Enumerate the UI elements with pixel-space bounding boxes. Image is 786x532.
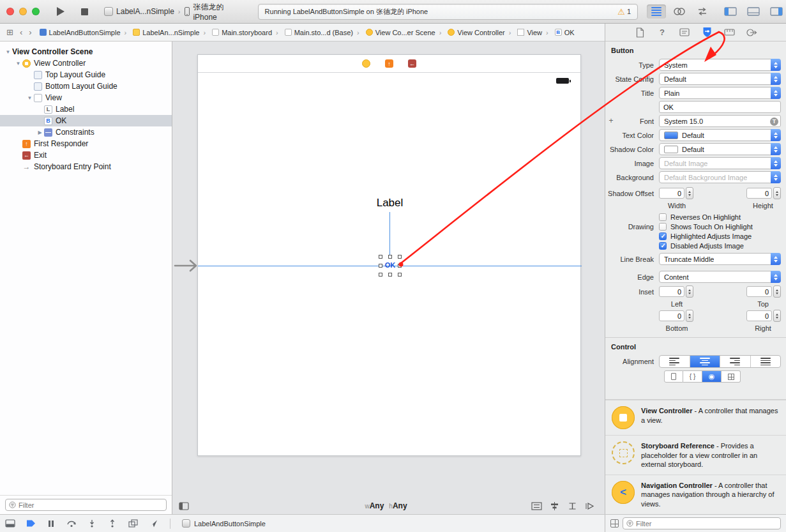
stepper-icon[interactable] bbox=[773, 187, 781, 199]
library-item-navigation-controller[interactable]: < Navigation Controller - A controller t… bbox=[605, 475, 786, 514]
close-window-button[interactable] bbox=[6, 8, 14, 15]
canvas-label[interactable]: Label bbox=[198, 197, 582, 209]
library-filter-field[interactable] bbox=[623, 517, 781, 529]
version-editor-button[interactable] bbox=[693, 4, 712, 19]
outline-row-top-layout-guide[interactable]: Top Layout Guide bbox=[0, 69, 172, 80]
outline-row-bottom-layout-guide[interactable]: Bottom Layout Guide bbox=[0, 80, 172, 92]
debug-view-hierarchy-button[interactable] bbox=[128, 519, 138, 528]
inset-right-stepper[interactable] bbox=[746, 310, 781, 322]
highlighted-adjusts-checkbox[interactable] bbox=[659, 232, 667, 240]
breadcrumb-project[interactable]: LabelAndButtonSimple bbox=[40, 29, 121, 36]
type-popup[interactable]: System bbox=[659, 59, 781, 71]
disclosure-down-icon[interactable]: ▼ bbox=[4, 49, 12, 55]
breadcrumb-scene[interactable]: View Co...er Scene bbox=[366, 29, 435, 36]
button-title-field[interactable] bbox=[659, 101, 781, 113]
toggle-debug-area-button[interactable] bbox=[744, 4, 763, 19]
scheme-selector[interactable]: LabelA...nSimple › 张德龙的 iPhone bbox=[104, 2, 248, 22]
back-button[interactable]: ‹ bbox=[20, 27, 22, 37]
inset-left-input[interactable] bbox=[659, 286, 684, 297]
selection-handle[interactable] bbox=[398, 255, 402, 259]
embed-in-stack-button[interactable] bbox=[531, 501, 542, 510]
image-popup[interactable]: Default Image bbox=[659, 157, 781, 169]
forward-button[interactable]: › bbox=[29, 27, 31, 37]
stepper-icon[interactable] bbox=[773, 285, 781, 298]
hide-debug-area-button[interactable] bbox=[5, 519, 15, 528]
toggle-utilities-button[interactable] bbox=[767, 4, 786, 19]
first-responder-icon[interactable]: ↑ bbox=[385, 59, 393, 68]
color-swatch[interactable] bbox=[664, 146, 678, 153]
toggle-navigator-button[interactable] bbox=[721, 4, 740, 19]
simulate-location-button[interactable] bbox=[148, 519, 158, 528]
related-items-icon[interactable]: ⊞ bbox=[6, 27, 13, 37]
inset-top-stepper[interactable] bbox=[746, 285, 781, 298]
initial-view-controller-arrow[interactable] bbox=[174, 258, 199, 273]
valign-bottom-segment[interactable]: ◉ bbox=[702, 370, 722, 383]
identity-inspector-tab[interactable] bbox=[678, 26, 691, 39]
align-center-segment[interactable] bbox=[690, 356, 720, 367]
breakpoints-toggle-button[interactable] bbox=[26, 519, 36, 528]
view-controller-scene[interactable]: ↑ ← Label OK bbox=[197, 54, 581, 456]
outline-filter-input[interactable] bbox=[19, 501, 163, 509]
run-button[interactable] bbox=[51, 4, 70, 19]
align-button[interactable] bbox=[548, 501, 560, 510]
shadow-color-popup[interactable]: Default bbox=[659, 143, 781, 155]
selection-handle[interactable] bbox=[379, 273, 382, 277]
step-out-button[interactable] bbox=[107, 519, 117, 528]
file-inspector-tab[interactable] bbox=[633, 26, 646, 39]
breadcrumb-view[interactable]: View bbox=[517, 29, 542, 36]
disclosure-right-icon[interactable]: ▶ bbox=[36, 130, 44, 135]
stepper-icon[interactable] bbox=[773, 310, 781, 322]
reverses-on-highlight-checkbox[interactable] bbox=[659, 213, 667, 221]
inset-right-input[interactable] bbox=[746, 310, 772, 321]
zoom-window-button[interactable] bbox=[32, 8, 40, 15]
breadcrumb-localization[interactable]: Main.sto...d (Base) bbox=[285, 29, 353, 36]
background-popup[interactable]: Default Background Image bbox=[659, 171, 781, 183]
pause-button[interactable] bbox=[46, 519, 56, 528]
align-fill-segment[interactable] bbox=[750, 356, 781, 367]
selection-handle[interactable] bbox=[398, 273, 402, 277]
text-color-popup[interactable]: Default bbox=[659, 129, 781, 141]
inset-left-stepper[interactable] bbox=[659, 285, 693, 298]
align-left-segment[interactable] bbox=[660, 356, 690, 367]
view-controller-icon[interactable] bbox=[362, 59, 370, 68]
canvas-ok-button[interactable]: OK bbox=[380, 261, 400, 269]
selection-handle[interactable] bbox=[379, 255, 382, 259]
disabled-adjusts-checkbox[interactable] bbox=[659, 242, 667, 250]
pin-constraints-button[interactable] bbox=[566, 501, 578, 510]
resolve-autolayout-button[interactable] bbox=[584, 501, 596, 510]
size-inspector-tab[interactable] bbox=[723, 26, 736, 39]
outline-filter-field[interactable] bbox=[5, 499, 167, 511]
library-grid-toggle-icon[interactable] bbox=[610, 519, 619, 528]
minimize-window-button[interactable] bbox=[19, 8, 27, 15]
shadow-offset-height-stepper[interactable] bbox=[746, 187, 781, 199]
outline-row-view-controller[interactable]: ▼ View Controller bbox=[0, 57, 172, 69]
outline-row-scene[interactable]: ▼ View Controller Scene bbox=[0, 46, 172, 57]
line-break-popup[interactable]: Truncate Middle bbox=[659, 253, 781, 265]
title-popup[interactable]: Plain bbox=[659, 87, 781, 99]
outline-row-view[interactable]: ▼ View bbox=[0, 92, 172, 103]
shows-touch-checkbox[interactable] bbox=[659, 223, 667, 231]
shadow-offset-height-input[interactable] bbox=[746, 188, 772, 199]
warning-icon[interactable]: ⚠ bbox=[617, 7, 625, 17]
breadcrumb-group[interactable]: LabelAn...nSimple bbox=[133, 29, 199, 36]
outline-row-label[interactable]: L Label bbox=[0, 103, 172, 115]
breadcrumb-storyboard[interactable]: Main.storyboard bbox=[212, 29, 272, 36]
font-picker-icon[interactable]: T bbox=[770, 118, 778, 126]
align-right-segment[interactable] bbox=[720, 356, 750, 367]
selection-handle[interactable] bbox=[388, 255, 392, 259]
library-item-storyboard-reference[interactable]: Storyboard Reference - Provides a placeh… bbox=[605, 435, 786, 475]
connections-inspector-tab[interactable] bbox=[745, 26, 758, 39]
outline-row-exit[interactable]: ← Exit bbox=[0, 149, 172, 161]
breadcrumb-view-controller[interactable]: View Controller bbox=[448, 29, 504, 36]
library-item-view-controller[interactable]: View Controller - A controller that mana… bbox=[605, 400, 786, 435]
attributes-inspector-tab[interactable] bbox=[700, 26, 713, 39]
inset-top-input[interactable] bbox=[746, 286, 772, 297]
stepper-icon[interactable] bbox=[686, 310, 693, 322]
valign-fill-segment[interactable] bbox=[722, 370, 741, 383]
warning-count[interactable]: 1 bbox=[627, 8, 631, 15]
add-variation-button[interactable]: + bbox=[607, 116, 616, 125]
process-indicator[interactable]: LabelAndButtonSimple bbox=[182, 519, 266, 528]
disclosure-down-icon[interactable]: ▼ bbox=[26, 95, 34, 101]
step-over-button[interactable] bbox=[66, 519, 77, 528]
stepper-icon[interactable] bbox=[686, 187, 693, 199]
